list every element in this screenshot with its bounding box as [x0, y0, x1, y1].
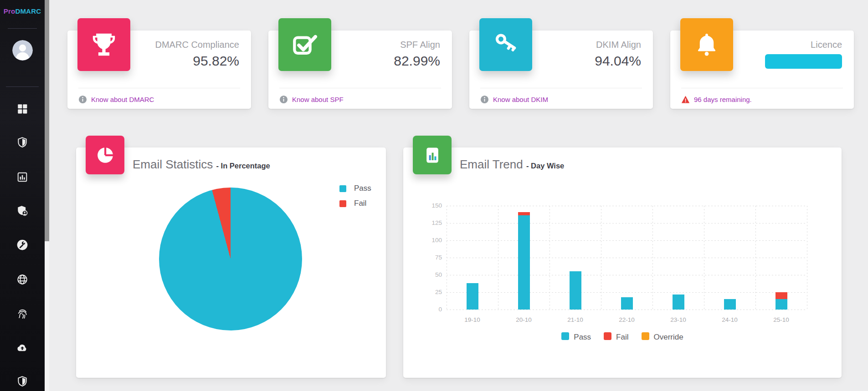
trend-bars-icon — [422, 145, 442, 165]
user-silhouette-icon — [12, 40, 33, 61]
pie-chart — [159, 188, 302, 330]
cloud-upload-icon — [16, 342, 28, 354]
shield-user-icon — [16, 205, 28, 217]
checkbox-icon — [292, 31, 318, 58]
panel-title: Email Trend - Day Wise — [460, 157, 564, 172]
sidebar-item-domain-security[interactable] — [16, 205, 28, 217]
sidebar-item-upload[interactable] — [16, 342, 28, 354]
card-label: Licence — [811, 40, 842, 50]
gridline-v — [447, 206, 447, 310]
email-statistics-title: Email Statistics — [133, 157, 213, 171]
pie-legend-item[interactable]: Fail — [339, 199, 371, 208]
legend-swatch — [339, 185, 346, 192]
gridline-h — [447, 292, 807, 293]
x-axis-tick-label: 24-10 — [722, 316, 738, 323]
sidebar-item-identity[interactable] — [16, 308, 28, 320]
sidebar-item-security-check[interactable] — [16, 376, 28, 387]
logo-rest: DMARC — [15, 7, 41, 15]
know-about-dkim-link[interactable]: Know about DKIM — [493, 96, 548, 103]
y-axis-tick-label: 50 — [421, 271, 442, 278]
bar-segment-pass — [621, 297, 633, 310]
card-divider — [78, 88, 240, 88]
sidebar-item-reports[interactable] — [16, 171, 28, 183]
legend-label: Pass — [354, 184, 371, 193]
shield-icon — [16, 137, 28, 148]
sidebar-item-tools[interactable] — [16, 239, 28, 251]
legend-swatch — [642, 332, 649, 340]
legend-label: Override — [654, 333, 683, 342]
sidebar: ProDMARC — [0, 0, 45, 391]
y-axis-tick-label: 25 — [421, 289, 442, 295]
card-dkim-align: DKIM Align 94.04% Know about DKIM — [469, 30, 653, 109]
card-divider — [681, 88, 843, 88]
licence-badge: Expires in 96 days — [765, 54, 842, 69]
bell-icon — [693, 31, 720, 58]
y-axis-tick-label: 100 — [421, 237, 442, 244]
y-axis-tick-label: 75 — [421, 254, 442, 261]
bar-legend-item[interactable]: Pass — [561, 331, 591, 340]
legend-label: Pass — [574, 333, 591, 342]
gridline-h — [447, 310, 807, 310]
gridline-h — [447, 275, 807, 275]
trend-tile — [413, 136, 452, 174]
sidebar-divider — [8, 28, 37, 29]
email-statistics-panel: Email Statistics - In Percentage PassFai… — [76, 147, 386, 378]
bar-segment-pass — [518, 215, 530, 310]
sidebar-item-protection[interactable] — [16, 137, 28, 148]
bar-chart-icon — [16, 171, 28, 183]
card-divider — [480, 88, 642, 88]
gridline-v — [601, 206, 601, 310]
x-axis-tick-label: 25-10 — [773, 316, 789, 323]
x-axis-tick-label: 22-10 — [619, 316, 635, 323]
app-logo[interactable]: ProDMARC — [0, 7, 45, 15]
gridline-h — [447, 258, 807, 258]
panel-title: Email Statistics - In Percentage — [133, 157, 270, 172]
bar-legend-item[interactable]: Fail — [604, 331, 628, 340]
key-icon — [493, 31, 519, 58]
x-axis-tick-label: 20-10 — [516, 316, 532, 323]
card-divider — [279, 88, 441, 88]
gridline-v — [498, 206, 498, 310]
key-tile — [479, 18, 532, 71]
checkbox-tile — [278, 18, 331, 71]
x-axis-tick-label: 23-10 — [670, 316, 686, 323]
scrollbar-thumb[interactable] — [45, 0, 49, 241]
trophy-icon — [91, 31, 117, 58]
bar-segment-pass — [467, 283, 478, 310]
sidebar-item-web[interactable] — [16, 274, 28, 285]
avatar[interactable] — [12, 40, 33, 61]
email-trend-panel: Email Trend - Day Wise 02550751001251501… — [403, 147, 842, 378]
shield-check-icon — [16, 376, 28, 387]
bar-segment-fail — [776, 292, 787, 299]
sidebar-scrollbar — [45, 0, 49, 391]
bar-chart-area: 025507510012515019-1020-1021-1022-1023-1… — [447, 206, 807, 310]
bar-segment-pass — [570, 271, 581, 310]
legend-label: Fail — [616, 333, 628, 342]
card-dmarc-compliance: DMARC Compliance 95.82% Know about DMARC — [67, 30, 251, 109]
legend-swatch — [561, 332, 569, 340]
card-value: 94.04% — [595, 53, 641, 69]
pie-legend-item[interactable]: Pass — [339, 184, 371, 193]
legend-label: Fail — [354, 199, 366, 208]
gridline-v — [652, 206, 653, 310]
dashboard-page: ProDMARC — [0, 0, 868, 391]
pie-tile — [86, 136, 124, 174]
card-value: 82.99% — [394, 53, 440, 69]
licence-warning-text: 96 days remaining. — [694, 96, 752, 103]
wrench-icon — [16, 239, 28, 251]
sidebar-item-dashboard[interactable] — [16, 103, 28, 115]
gridline-v — [755, 206, 756, 310]
info-icon — [78, 95, 87, 104]
gridline-h — [447, 240, 807, 241]
gridline-h — [447, 206, 807, 206]
card-label: SPF Align — [400, 40, 440, 50]
know-about-dmarc-link[interactable]: Know about DMARC — [91, 96, 154, 103]
bar-segment-pass — [776, 299, 787, 310]
pie-legend: PassFail — [339, 184, 371, 208]
gridline-v — [704, 206, 704, 310]
y-axis-tick-label: 150 — [421, 202, 442, 209]
warning-icon — [681, 95, 690, 104]
bar-segment-fail — [518, 212, 530, 216]
know-about-spf-link[interactable]: Know about SPF — [292, 96, 344, 103]
bar-legend-item[interactable]: Override — [642, 331, 683, 340]
